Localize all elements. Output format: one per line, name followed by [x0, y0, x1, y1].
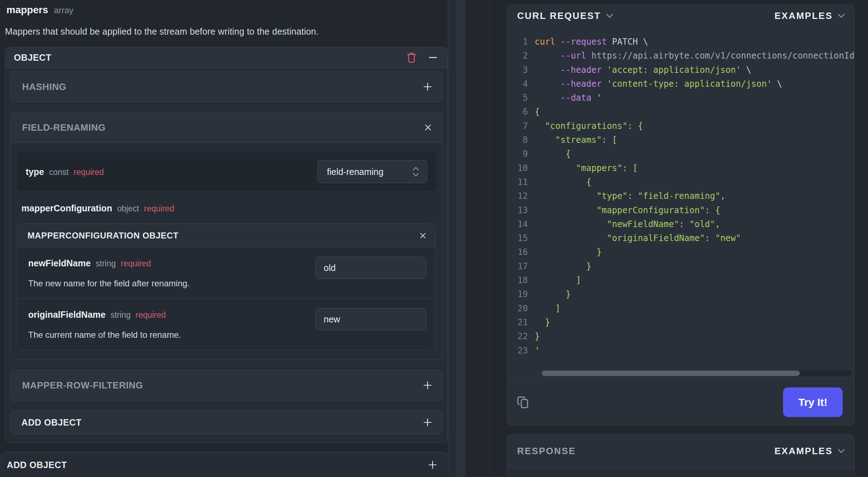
mapper-configuration-meta: object — [117, 204, 139, 214]
close-icon — [419, 232, 427, 240]
type-field-label: type — [26, 167, 44, 177]
schema-form-panel: mappers array Mappers that should be app… — [0, 0, 448, 477]
new-field-name-description: The new name for the field after renamin… — [28, 278, 316, 288]
original-field-name-required: required — [136, 310, 166, 320]
mapper-configuration-label-row: mapperConfiguration object required — [21, 203, 436, 214]
trash-icon — [406, 52, 417, 63]
left-panel-scrollbar[interactable] — [448, 0, 465, 477]
original-field-name-input[interactable] — [316, 308, 426, 330]
new-field-name-required: required — [121, 259, 151, 268]
mapper-row-filtering-label: MAPPER-ROW-FILTERING — [22, 380, 143, 391]
plus-icon — [423, 381, 432, 390]
property-description: Mappers that should be applied to the st… — [5, 26, 448, 37]
mapper-row-filtering-section: MAPPER-ROW-FILTERING — [10, 370, 443, 401]
request-language-dropdown[interactable]: CURL REQUEST — [517, 10, 613, 21]
mapper-configuration-card-title: MAPPERCONFIGURATION OBJECT — [27, 231, 178, 241]
mapper-configuration-card-header: MAPPERCONFIGURATION OBJECT — [17, 224, 435, 247]
original-field-name-row: originalFieldName string required The cu… — [17, 298, 435, 350]
mapper-configuration-required: required — [144, 204, 174, 214]
request-examples-dropdown[interactable]: EXAMPLES — [774, 10, 845, 21]
curl-request-footer: Try It! — [507, 379, 854, 425]
plus-icon — [428, 460, 437, 470]
request-examples-label: EXAMPLES — [774, 10, 833, 21]
mapper-configuration-card: MAPPERCONFIGURATION OBJECT — [17, 224, 436, 350]
add-object-inner-button[interactable]: ADD OBJECT — [10, 410, 443, 435]
new-field-name-meta: string — [96, 259, 116, 268]
remove-field-renaming-button[interactable] — [424, 123, 432, 132]
close-icon — [424, 123, 432, 132]
field-renaming-section: FIELD-RENAMING type co — [10, 112, 443, 360]
field-renaming-header[interactable]: FIELD-RENAMING — [11, 112, 442, 143]
curl-request-card: CURL REQUEST EXAMPLES 1curl --request PA… — [507, 4, 854, 426]
new-field-name-row: newFieldName string required The new nam… — [17, 247, 435, 298]
property-name: mappers — [6, 4, 48, 16]
select-updown-icon — [411, 166, 420, 178]
chevron-down-icon — [838, 14, 845, 18]
object-group-body: HASHING FIELD-RENAMING — [5, 68, 448, 442]
field-renaming-body: type const required field-renaming — [11, 143, 442, 360]
api-playground-panel: CURL REQUEST EXAMPLES 1curl --request PA… — [490, 0, 868, 477]
delete-object-button[interactable] — [406, 52, 417, 63]
mapper-configuration-label: mapperConfiguration — [21, 203, 112, 214]
object-group-header: OBJECT — [5, 47, 448, 68]
hashing-row[interactable]: HASHING — [11, 71, 442, 102]
curl-request-title: CURL REQUEST — [517, 10, 601, 21]
response-title: RESPONSE — [517, 446, 576, 457]
original-field-name-description: The current name of the field to rename. — [28, 330, 316, 340]
field-renaming-label: FIELD-RENAMING — [22, 122, 106, 133]
curl-request-header: CURL REQUEST EXAMPLES — [507, 5, 854, 27]
response-card: RESPONSE EXAMPLES — [507, 434, 854, 477]
new-field-name-label: newFieldName — [28, 258, 91, 268]
expand-mapper-row-filtering-button[interactable] — [423, 381, 432, 390]
new-field-name-input[interactable] — [316, 257, 426, 279]
original-field-name-label: originalFieldName — [28, 310, 106, 320]
minus-icon — [428, 53, 438, 62]
hashing-label: HASHING — [22, 81, 66, 92]
plus-icon — [423, 418, 432, 427]
try-it-button[interactable]: Try It! — [783, 387, 843, 417]
copy-code-button[interactable] — [516, 395, 530, 410]
type-select-value: field-renaming — [327, 167, 383, 177]
code-horizontal-scrollbar[interactable] — [542, 371, 852, 376]
response-header: RESPONSE EXAMPLES — [507, 435, 854, 468]
add-object-inner-label: ADD OBJECT — [21, 417, 82, 428]
mapper-row-filtering-row[interactable]: MAPPER-ROW-FILTERING — [11, 370, 442, 401]
type-field-meta: const — [49, 167, 69, 177]
type-field-required: required — [74, 167, 104, 177]
object-group-label: OBJECT — [14, 52, 51, 63]
expand-hashing-button[interactable] — [423, 82, 432, 91]
property-type: array — [54, 5, 74, 15]
response-examples-dropdown[interactable]: EXAMPLES — [774, 446, 845, 457]
type-field-row: type const required field-renaming — [17, 152, 436, 191]
add-object-bottom-label: ADD OBJECT — [7, 460, 67, 470]
hashing-section: HASHING — [10, 71, 443, 102]
add-object-bottom-button[interactable]: ADD OBJECT — [1, 452, 448, 477]
mappers-property-header: mappers array — [5, 4, 448, 16]
code-scrollbar-thumb[interactable] — [542, 371, 800, 376]
chevron-down-icon — [838, 449, 845, 453]
copy-icon — [516, 395, 530, 410]
response-body — [507, 468, 854, 477]
curl-code-block: 1curl --request PATCH \2 --url https://a… — [507, 27, 854, 379]
object-group-card: OBJECT — [5, 47, 448, 443]
collapse-object-button[interactable] — [428, 53, 438, 62]
mapper-configuration-card-body: newFieldName string required The new nam… — [17, 247, 435, 350]
code-lines: 1curl --request PATCH \2 --url https://a… — [507, 35, 854, 358]
plus-icon — [423, 82, 432, 91]
response-examples-label: EXAMPLES — [774, 446, 833, 457]
type-select[interactable]: field-renaming — [317, 160, 427, 183]
remove-mapper-configuration-button[interactable] — [419, 232, 427, 240]
original-field-name-meta: string — [111, 310, 131, 320]
chevron-down-icon — [606, 14, 613, 18]
